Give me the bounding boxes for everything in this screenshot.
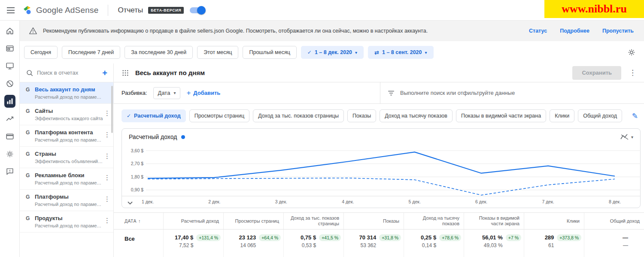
chart-type-selector[interactable]: ▾ <box>620 134 633 140</box>
watermark-text: www.nibbl.ru <box>562 3 627 15</box>
edit-metrics-icon[interactable]: ✎ <box>629 112 638 121</box>
report-item-title: Сайты <box>35 108 53 114</box>
svg-text:2 дек.: 2 дек. <box>208 199 220 204</box>
report-list-item[interactable]: GСтраныЭффективность объявлений …⋮ <box>20 147 113 168</box>
delta-badge: +31,8 % <box>379 234 401 241</box>
topbar-divider <box>108 5 108 16</box>
report-item-title: Продукты <box>35 215 63 221</box>
item-menu-icon[interactable]: ⋮ <box>104 174 110 181</box>
report-list-item[interactable]: GРекламные блокиРасчетный доход по парам… <box>20 168 113 190</box>
date-chip[interactable]: Последние 7 дней <box>62 46 120 59</box>
item-menu-icon[interactable]: ⋮ <box>104 109 110 117</box>
report-search-row: + <box>20 63 113 82</box>
breakdown-dimension-select[interactable]: Дата ▾ <box>153 87 181 99</box>
metric-chip[interactable]: ✓Расчетный доход <box>122 109 186 122</box>
metric-chip[interactable]: Доход за тыс. показов страницы <box>253 109 344 122</box>
beta-badge: БЕТА-ВЕРСИЯ <box>148 7 184 14</box>
column-header[interactable]: Просмотры страниц <box>223 213 283 229</box>
svg-text:8 дек.: 8 дек. <box>609 199 621 204</box>
delta-badge: +64,4 % <box>259 234 281 241</box>
add-dimension-button[interactable]: + Добавить <box>186 89 220 97</box>
column-header[interactable]: Доход на тысячу показов <box>404 213 464 229</box>
apps-grid-icon[interactable] <box>122 69 129 77</box>
item-menu-icon[interactable]: ⋮ <box>104 217 110 224</box>
compare-value: 61 <box>545 242 554 248</box>
ads-icon[interactable] <box>4 43 15 54</box>
compare-value: — <box>623 242 628 248</box>
report-list-item[interactable]: GПлатформыРасчетный доход по парамет…⋮ <box>20 190 113 211</box>
feedback-icon[interactable] <box>4 166 15 177</box>
metric-chip[interactable]: Просмотры страниц <box>189 109 249 122</box>
dismiss-link[interactable]: Пропустить <box>602 28 634 34</box>
svg-text:3,60 $: 3,60 $ <box>131 148 143 153</box>
income-chart: 3,60 $2,70 $1,80 $0,90 $1 дек.2 дек.3 де… <box>122 141 641 208</box>
report-list-item[interactable]: GСайтыЭффективность каждого сайта⋮ <box>20 104 113 125</box>
report-item-subtitle: Эффективность объявлений … <box>35 159 103 164</box>
item-menu-icon[interactable]: ⋮ <box>104 195 110 203</box>
status-link[interactable]: Статус <box>529 28 547 34</box>
item-menu-icon[interactable]: ⋮ <box>104 152 110 160</box>
warning-icon <box>28 26 38 36</box>
svg-text:6 дек.: 6 дек. <box>475 199 487 204</box>
breakdown-bar: Разбивка: Дата ▾ + Добавить <box>114 82 644 104</box>
blocking-controls-icon[interactable] <box>4 79 15 89</box>
reports-icon[interactable] <box>4 96 15 106</box>
column-header[interactable]: Дата↑ <box>114 213 163 229</box>
collapse-chart-icon[interactable] <box>128 201 133 205</box>
column-header[interactable]: Общий доход <box>584 213 644 229</box>
metric-chip[interactable]: Доход на тысячу показов <box>380 109 453 122</box>
chart-series-solid <box>148 152 615 178</box>
payments-icon[interactable] <box>4 131 15 142</box>
report-settings-gear-icon[interactable] <box>627 48 636 57</box>
date-range-chip[interactable]: ✓ 1 – 8 дек. 2020 ▾ <box>301 46 364 59</box>
menu-icon[interactable] <box>7 7 15 13</box>
learn-more-link[interactable]: Подробнее <box>560 28 589 34</box>
report-menu-icon[interactable]: ⋮ <box>627 68 638 77</box>
column-header[interactable]: Показы в видимой части экрана <box>464 213 524 229</box>
report-list-item[interactable]: GПлатформа контентаРасчетный доход по па… <box>20 125 113 147</box>
report-item-title: Страны <box>35 151 56 157</box>
search-icon <box>26 69 33 77</box>
svg-text:3 дек.: 3 дек. <box>275 199 287 204</box>
report-list-item[interactable]: GВесь аккаунт по днямРасчетный доход по … <box>20 82 113 104</box>
metric-chip[interactable]: Общий доход <box>578 109 622 122</box>
compare-value: 0,14 $ <box>421 242 436 248</box>
filter-placeholder[interactable]: Выполните поиск или отфильтруйте данные <box>400 90 515 96</box>
date-chip[interactable]: За последние 30 дней <box>125 46 193 59</box>
metric-chip[interactable]: Показы <box>347 109 376 122</box>
compare-range-value: 1 – 8 сент. 2020 <box>382 49 422 55</box>
svg-text:4 дек.: 4 дек. <box>342 199 354 204</box>
metric-chip[interactable]: Клики <box>550 109 574 122</box>
delta-badge: +41,5 % <box>319 234 341 241</box>
new-report-plus-icon[interactable]: + <box>100 69 109 77</box>
date-chip[interactable]: Сегодня <box>24 46 58 59</box>
report-list-item[interactable]: GПродуктыРасчетный доход по парамет…⋮ <box>20 211 113 233</box>
optimization-icon[interactable] <box>4 114 15 124</box>
delta-badge: +78,6 % <box>439 234 461 241</box>
date-filter-row: СегодняПоследние 7 днейЗа последние 30 д… <box>20 41 644 63</box>
report-item-subtitle: Расчетный доход по парамет… <box>35 223 103 228</box>
date-chip[interactable]: Прошлый месяц <box>243 46 296 59</box>
item-menu-icon[interactable]: ⋮ <box>104 131 110 139</box>
sites-icon[interactable] <box>4 61 15 71</box>
row-label: Все <box>114 230 163 257</box>
report-item-subtitle: Расчетный доход по парамет… <box>35 180 103 185</box>
compare-range-chip[interactable]: ⇄ 1 – 8 сент. 2020 ▾ <box>368 46 433 59</box>
metric-chip[interactable]: Показы в видимой части экрана <box>456 109 546 122</box>
report-item-title: Платформы <box>35 194 69 200</box>
google-report-icon: G <box>26 194 32 200</box>
settings-icon[interactable] <box>4 149 15 159</box>
save-button[interactable]: Сохранить <box>572 66 621 80</box>
date-chip[interactable]: Этот месяц <box>197 46 238 59</box>
column-header[interactable]: Клики <box>524 213 584 229</box>
sidebar-scrollbar[interactable] <box>111 86 113 133</box>
reports-sidebar: + GВесь аккаунт по днямРасчетный доход п… <box>20 63 114 257</box>
home-icon[interactable] <box>4 26 15 36</box>
search-input[interactable] <box>37 70 97 76</box>
column-header[interactable]: Показы <box>343 213 404 229</box>
column-header[interactable]: Расчетный доход <box>163 213 223 229</box>
delta-badge: +7 % <box>506 234 521 241</box>
report-content: Весь аккаунт по дням Сохранить ⋮ Разбивк… <box>114 63 644 257</box>
column-header[interactable]: Доход за тыс. показов страницы <box>283 213 343 229</box>
beta-toggle[interactable] <box>190 7 204 13</box>
